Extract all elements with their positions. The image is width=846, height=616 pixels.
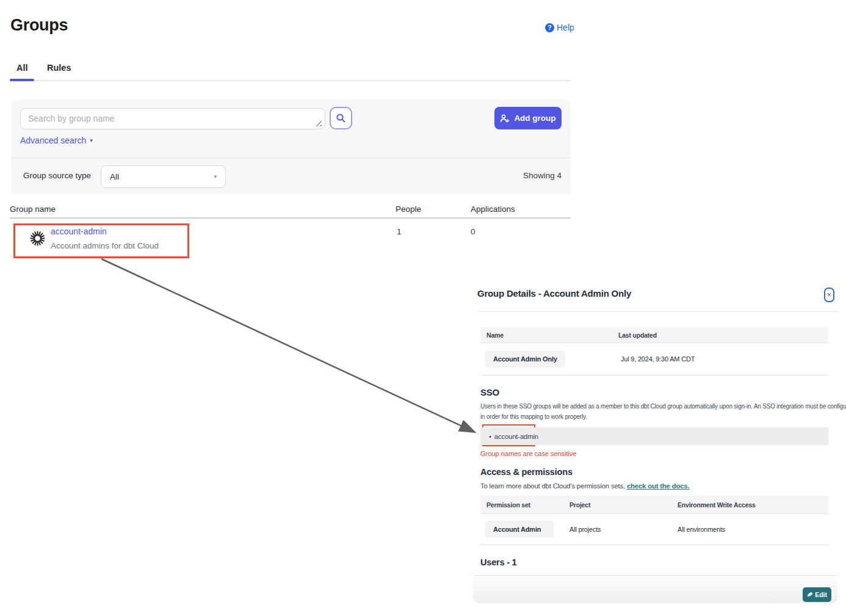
tab-rules[interactable]: Rules [47, 63, 71, 73]
col-header-last-updated: Last updated [618, 332, 657, 339]
add-user-icon [500, 114, 510, 123]
name-table-row: Account Admin Only Jul 9, 2024, 9:30 AM … [480, 343, 828, 375]
group-people-count: 1 [397, 227, 402, 236]
permissions-table-header: Permission set Project Environment Write… [480, 496, 828, 514]
filter-panel: Advanced search ▾ Group source type All … [11, 100, 571, 194]
env-write-access-value: All environments [678, 526, 725, 533]
col-header-group-name: Group name [10, 205, 56, 214]
detail-header-divider [477, 311, 839, 312]
search-icon [336, 113, 346, 123]
bullet-icon: • [489, 433, 491, 440]
col-header-env-write-access: Environment Write Access [678, 501, 756, 509]
case-sensitive-warning: Group names are case sensitive [480, 450, 576, 457]
group-source-type-value: All [110, 172, 119, 181]
group-details-panel: Group Details - Account Admin Only × Nam… [477, 281, 839, 604]
permissions-table-row: Account Admin All projects All environme… [480, 514, 828, 545]
col-header-applications: Applications [471, 205, 515, 214]
group-source-type-label: Group source type [23, 171, 91, 180]
filter-divider [11, 158, 571, 158]
active-tab-indicator [10, 79, 34, 81]
help-link[interactable]: ? Help [545, 23, 574, 32]
edit-label: Edit [815, 591, 827, 598]
question-icon: ? [545, 23, 554, 32]
sso-heading: SSO [480, 387, 499, 397]
advanced-search-toggle[interactable]: Advanced search ▾ [20, 136, 93, 145]
col-header-project: Project [569, 501, 590, 509]
screen: Groups ? Help All Rules Advanced search … [0, 0, 846, 616]
group-applications-count: 0 [471, 227, 475, 236]
sso-group-mapping-row: • account-admin [480, 427, 828, 445]
name-table: Name Last updated Account Admin Only Jul… [480, 327, 828, 375]
access-description-text: To learn more about dbt Cloud's permissi… [480, 482, 627, 490]
group-name-link[interactable]: account-admin [51, 226, 107, 236]
search-button[interactable] [330, 107, 352, 129]
close-icon: × [827, 291, 831, 299]
group-description: Account admins for dbt Cloud [51, 241, 159, 250]
add-group-button[interactable]: Add group [494, 107, 562, 129]
permissions-table: Permission set Project Environment Write… [480, 496, 828, 545]
users-heading: Users - 1 [480, 557, 516, 567]
page-title: Groups [10, 16, 68, 35]
sso-description-line1: Users in these SSO groups will be added … [480, 402, 846, 410]
help-label: Help [557, 23, 574, 32]
advanced-search-label: Advanced search [20, 136, 86, 145]
permission-set-chip: Account Admin [485, 521, 554, 538]
search-field-wrap [20, 108, 325, 129]
tabs-divider [10, 80, 571, 81]
group-name-chip: Account Admin Only [485, 350, 565, 368]
group-source-type-select[interactable]: All ▾ [101, 165, 226, 188]
sso-description-line2: in order for this mapping to work proper… [480, 413, 587, 420]
access-description: To learn more about dbt Cloud's permissi… [480, 482, 689, 490]
col-header-people: People [396, 205, 421, 214]
table-header-divider [10, 217, 571, 219]
group-icon [29, 230, 46, 249]
docs-link[interactable]: check out the docs. [627, 482, 690, 490]
tab-all[interactable]: All [16, 63, 28, 73]
detail-panel-footer: ✎ Edit [473, 575, 837, 603]
pencil-icon: ✎ [806, 590, 813, 599]
caret-down-icon: ▾ [214, 174, 217, 179]
last-updated-value: Jul 9, 2024, 9:30 AM CDT [621, 355, 695, 363]
search-input[interactable] [21, 109, 325, 129]
project-value: All projects [569, 526, 601, 533]
edit-button[interactable]: ✎ Edit [803, 587, 831, 602]
showing-count: Showing 4 [523, 171, 562, 180]
caret-down-icon: ▾ [90, 138, 93, 143]
add-group-label: Add group [514, 114, 555, 123]
col-header-permission-set: Permission set [486, 501, 530, 509]
name-table-header: Name Last updated [480, 327, 828, 343]
access-permissions-heading: Access & permissions [480, 467, 573, 477]
sso-group-chip: account-admin [494, 433, 538, 440]
detail-panel-title: Group Details - Account Admin Only [477, 288, 631, 299]
groups-page: Groups ? Help All Rules Advanced search … [0, 0, 574, 278]
col-header-name: Name [486, 332, 504, 339]
close-button[interactable]: × [824, 288, 834, 302]
